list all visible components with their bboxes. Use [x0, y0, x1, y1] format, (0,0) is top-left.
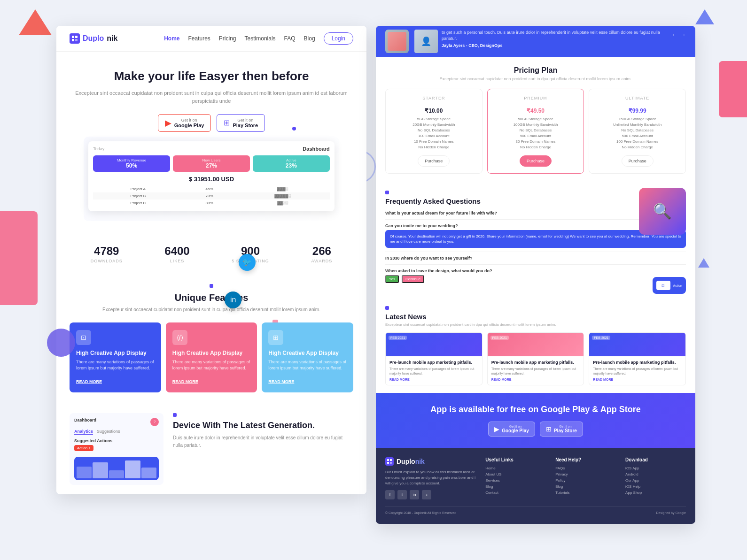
pricing-title: Pricing Plan: [385, 66, 686, 75]
hero-subtext: Excepteur sint occaecat cupidatat non pr…: [70, 89, 353, 106]
footer-logo: Duplonik: [385, 457, 476, 466]
footer-policy[interactable]: Policy: [555, 478, 616, 483]
nav-features[interactable]: Features: [188, 35, 210, 42]
dash-date: Today: [93, 146, 104, 151]
news-cards: FEB 2021 Pre-launch mobile app marketing…: [385, 332, 686, 385]
hero-headline: Make your life Easyer then before: [70, 69, 353, 84]
footer-blog[interactable]: Blog: [485, 484, 546, 489]
twitter-social-icon[interactable]: t: [397, 490, 407, 499]
left-panel: Duplonik Home Features Pricing Testimoni…: [56, 26, 366, 494]
footer-android[interactable]: Android: [625, 472, 686, 476]
navbar: Duplonik Home Features Pricing Testimoni…: [56, 26, 366, 52]
footer-about[interactable]: About US: [485, 472, 546, 476]
features-title: Unique Features: [70, 292, 353, 303]
dash-card-green: Active 23%: [253, 155, 330, 172]
google-play-button[interactable]: ▶ Get it on Google Play: [158, 114, 211, 132]
news-card-image-1: FEB 2021: [386, 333, 482, 356]
purchase-ultimate[interactable]: Purchase: [622, 155, 654, 167]
read-more-1[interactable]: READ MORE: [76, 379, 102, 384]
footer-help-blog[interactable]: Blog: [555, 484, 616, 489]
pricing-premium: PREMIUM ₹49.50 50GB Storage Space 100GB …: [487, 89, 584, 174]
footer-bottom: © Copyright 2048 - Duplonik All Rights R…: [385, 506, 686, 514]
news-card-3: FEB 2021 Pre-launch mobile app marketing…: [589, 332, 686, 385]
prev-arrow[interactable]: ←: [672, 31, 677, 38]
stat-downloads: 4789 DOWNLOADS: [91, 245, 123, 263]
footer-copyright: © Copyright 2048 - Duplonik All Rights R…: [385, 511, 456, 514]
footer-home[interactable]: Home: [485, 466, 546, 470]
news-card-1: FEB 2021 Pre-launch mobile app marketing…: [385, 332, 482, 385]
app-store-label: Play Store: [233, 123, 258, 128]
svg-rect-6: [387, 462, 389, 464]
pricing-cards: STARTER ₹10.00 5GB Storage Space 20GB Mo…: [385, 89, 686, 174]
device-title: Device With The Latest Generation.: [173, 421, 353, 430]
news-read-1[interactable]: READ MORE: [389, 378, 478, 381]
device-section: Dashboard ? Analytics Suggestions Sugges…: [56, 404, 366, 494]
news-card-image-2: FEB 2021: [488, 333, 584, 356]
banner-apple-btn[interactable]: ⊞ Get it on Play Store: [540, 422, 583, 437]
google-play-label: Google Play: [174, 123, 204, 128]
faq-item-3: In 2030 where do you want to see yoursel…: [385, 256, 686, 265]
footer-our-app[interactable]: Our App: [625, 478, 686, 483]
svg-rect-2: [72, 39, 74, 41]
tiktok-icon[interactable]: ♪: [422, 490, 431, 499]
nav-testimonials[interactable]: Testimonials: [245, 35, 276, 42]
testimonial-author: Jayla Ayers - CEO, DesignOps: [442, 43, 666, 48]
device-content: Device With The Latest Generation. Duis …: [173, 413, 353, 449]
footer-description: But I must explain to you how all this m…: [385, 469, 476, 486]
news-read-2[interactable]: READ MORE: [491, 378, 580, 381]
nav-home[interactable]: Home: [164, 35, 179, 42]
dash-card-blue: Monthly Revenue 50%: [93, 155, 170, 172]
app-banner-text: App is available for free on Google Play…: [390, 404, 681, 415]
login-button[interactable]: Login: [324, 32, 353, 45]
logo-icon: [70, 33, 80, 44]
nav-links: Home Features Pricing Testimonials FAQ B…: [164, 32, 353, 45]
banner-buttons: ▶ Get it on Google Play ⊞ Get it on Play…: [390, 422, 681, 437]
banner-google-icon: ▶: [494, 425, 499, 433]
nav-pricing[interactable]: Pricing: [219, 35, 236, 42]
facebook-icon[interactable]: f: [385, 490, 395, 499]
read-more-3[interactable]: READ MORE: [268, 379, 294, 384]
linkedin-social-icon[interactable]: in: [410, 490, 419, 499]
news-read-3[interactable]: READ MORE: [593, 378, 682, 381]
footer-ios[interactable]: iOS App: [625, 466, 686, 470]
testimonial-section: 👤 to get such a personal touch. Duis aut…: [376, 26, 695, 57]
device-text: Duis aute irure dolor in reprehenderit i…: [173, 434, 353, 449]
footer-app-shop[interactable]: App Shop: [625, 491, 686, 495]
faq-action-box: ⊡ Action: [653, 277, 686, 294]
footer-tutorials[interactable]: Tutorials: [555, 491, 616, 495]
footer-contact[interactable]: Contact: [485, 491, 546, 495]
faq-item-4: When asked to leave the design, what wou…: [385, 268, 686, 287]
purchase-premium[interactable]: Purchase: [520, 155, 552, 167]
testimonial-avatar: [385, 30, 409, 53]
purchase-starter[interactable]: Purchase: [418, 155, 450, 167]
footer-privacy[interactable]: Privacy: [555, 472, 616, 476]
faq-yes-button[interactable]: Yes: [385, 275, 399, 283]
svg-rect-4: [387, 459, 389, 461]
footer-ios-help[interactable]: iOS Help: [625, 484, 686, 489]
nav-faq[interactable]: FAQ: [284, 35, 296, 42]
tab-analytics[interactable]: Analytics: [74, 429, 93, 435]
banner-apple-icon: ⊞: [546, 425, 552, 433]
footer-services[interactable]: Services: [485, 478, 546, 483]
app-banner: App is available for free on Google Play…: [376, 393, 695, 448]
device-tabs: Analytics Suggestions: [74, 429, 159, 435]
device-mockup: Dashboard ? Analytics Suggestions Sugges…: [70, 413, 163, 485]
stat-likes: 6400 LIKES: [164, 245, 189, 263]
read-more-2[interactable]: READ MORE: [172, 379, 198, 384]
testimonial-arrows: ← →: [672, 31, 686, 38]
faq-illustration: 🔍: [639, 188, 686, 235]
app-store-button[interactable]: ⊞ Get it on Play Store: [217, 114, 265, 132]
footer-brand: Duplonik But I must explain to you how a…: [385, 457, 476, 499]
faq-confirm-button[interactable]: Continue: [402, 275, 424, 283]
banner-google-btn[interactable]: ▶ Get it on Google Play: [488, 422, 535, 437]
testimonial-text: to get such a personal touch. Duis aute …: [442, 30, 666, 41]
dashboard-preview: 🐦 in Today Dashboard Monthly Revenue 50%…: [84, 137, 339, 221]
tab-suggestions[interactable]: Suggestions: [97, 429, 120, 435]
nav-blog[interactable]: Blog: [304, 35, 315, 42]
svg-rect-7: [390, 462, 392, 464]
news-card-2: FEB 2021 Pre-launch mobile app marketing…: [487, 332, 584, 385]
next-arrow[interactable]: →: [680, 31, 686, 38]
logo: Duplonik: [70, 33, 117, 44]
features-section: Unique Features Excepteur sint occaecat …: [56, 273, 366, 404]
footer-faqs[interactable]: FAQs: [555, 466, 616, 470]
